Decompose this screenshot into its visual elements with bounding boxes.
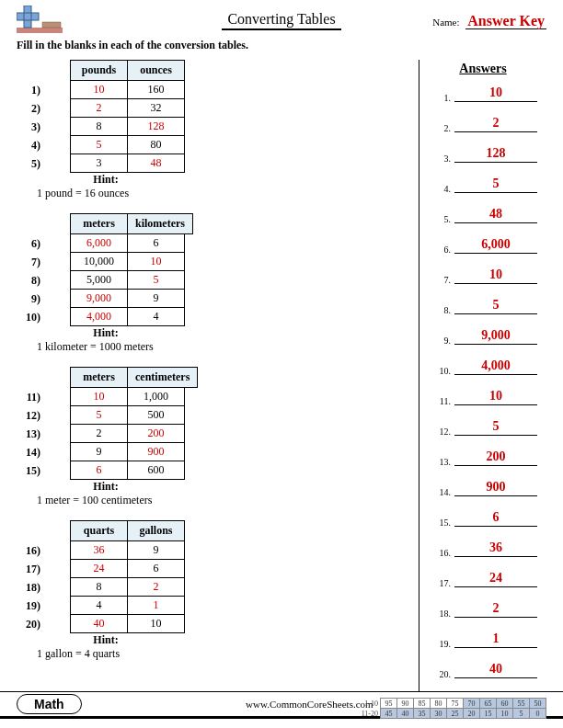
answer-value: 200 [454, 449, 537, 466]
table-cell: 9,000 [71, 290, 128, 308]
answer-number: 15. [440, 518, 452, 528]
score-row-label: 11-20 [359, 709, 381, 719]
table-cell: 6 [128, 560, 185, 578]
answer-line: 18.2 [419, 601, 546, 618]
table-cell: 900 [128, 443, 185, 461]
answer-value: 5 [454, 176, 537, 193]
answer-value: 40 [454, 662, 537, 678]
table-cell: 9 [128, 290, 185, 308]
name-label: Name: [432, 17, 459, 28]
answer-number: 12. [440, 427, 452, 437]
table-cell: 4,000 [71, 308, 128, 326]
row-number: 9) [20, 292, 44, 306]
score-cell: 25 [447, 709, 464, 719]
hint-label: Hint: [46, 173, 166, 187]
table-header: pounds [71, 61, 128, 81]
score-cell: 35 [414, 709, 431, 719]
name-field: Name: Answer Key [432, 13, 546, 29]
row-number: 5) [20, 157, 44, 171]
answer-line: 6.6,000 [419, 237, 546, 254]
table-cell: 24 [71, 560, 128, 578]
table-cell: 4 [128, 308, 185, 326]
table-cell: 3 [71, 154, 128, 173]
row-number: 11) [20, 391, 44, 404]
answer-value: 10 [454, 267, 537, 284]
conversion-table: meterskilometers6)6,00067)10,000108)5,00… [20, 213, 419, 354]
answer-key-label: Answer Key [465, 13, 546, 29]
answer-value: 6 [454, 510, 537, 527]
score-cell: 70 [464, 699, 480, 709]
table-cell: 8 [71, 578, 128, 597]
score-cell: 65 [480, 699, 497, 709]
table-cell: 2 [71, 99, 128, 118]
answer-number: 6. [444, 245, 452, 255]
answers-heading: Answers [419, 62, 546, 76]
table-cell: 2 [71, 425, 128, 443]
row-number: 2) [20, 102, 44, 116]
answer-value: 9,000 [454, 328, 537, 345]
table-header: kilometers [128, 214, 193, 234]
row-number: 4) [20, 139, 44, 153]
table-cell: 1 [128, 597, 185, 615]
table-cell: 8 [71, 118, 128, 136]
score-cell: 50 [530, 699, 546, 709]
table-cell: 500 [128, 406, 185, 425]
table-cell: 9 [71, 443, 128, 461]
table-cell: 10 [128, 615, 185, 633]
row-number: 16) [20, 544, 44, 558]
answer-number: 10. [440, 366, 452, 376]
answer-line: 13.200 [419, 449, 546, 466]
row-number: 7) [20, 256, 44, 269]
answer-line: 3.128 [419, 146, 546, 163]
score-cell: 0 [530, 709, 546, 719]
score-cell: 90 [397, 699, 414, 709]
table-header: gallons [128, 521, 185, 541]
score-cell: 95 [381, 699, 397, 709]
answer-line: 16.36 [419, 540, 546, 557]
row-number: 8) [20, 274, 44, 288]
answer-value: 5 [454, 298, 537, 314]
row-number: 1) [20, 84, 44, 97]
score-cell: 75 [447, 699, 464, 709]
answer-line: 14.900 [419, 480, 546, 496]
row-number: 20) [20, 618, 44, 631]
answer-line: 4.5 [419, 176, 546, 193]
answer-number: 4. [444, 184, 452, 194]
row-number: 14) [20, 446, 44, 460]
score-cell: 10 [497, 709, 513, 719]
score-cell: 5 [513, 709, 530, 719]
answer-value: 10 [454, 389, 537, 405]
answer-line: 5.48 [419, 207, 546, 223]
answer-value: 6,000 [454, 237, 537, 254]
instruction-text: Fill in the blanks in each of the conver… [17, 39, 546, 52]
score-cell: 55 [513, 699, 530, 709]
answer-number: 3. [444, 154, 452, 164]
score-cell: 30 [431, 709, 447, 719]
table-cell: 4 [71, 597, 128, 615]
score-cell: 80 [431, 699, 447, 709]
answer-number: 8. [444, 305, 452, 315]
answer-line: 17.24 [419, 571, 546, 587]
row-number: 15) [20, 464, 44, 478]
answer-line: 10.4,000 [419, 358, 546, 375]
row-number: 17) [20, 563, 44, 576]
table-cell: 6 [128, 234, 185, 253]
table-header: meters [71, 368, 128, 388]
answer-number: 20. [440, 669, 452, 679]
table-cell: 160 [128, 81, 185, 99]
row-number: 13) [20, 427, 44, 441]
score-grid: 1-109590858075706560555011-2045403530252… [359, 698, 547, 719]
table-cell: 10 [71, 81, 128, 99]
answer-value: 5 [454, 419, 537, 436]
table-cell: 2 [128, 578, 185, 597]
hint-text: 1 kilometer = 1000 meters [37, 340, 419, 354]
table-header: centimeters [128, 368, 198, 388]
hint-text: 1 pound = 16 ounces [37, 187, 419, 200]
answer-value: 900 [454, 480, 537, 496]
score-cell: 45 [381, 709, 397, 719]
score-cell: 15 [480, 709, 497, 719]
answer-value: 24 [454, 571, 537, 587]
table-cell: 48 [128, 154, 185, 173]
answer-value: 128 [454, 146, 537, 163]
table-cell: 5 [71, 136, 128, 154]
